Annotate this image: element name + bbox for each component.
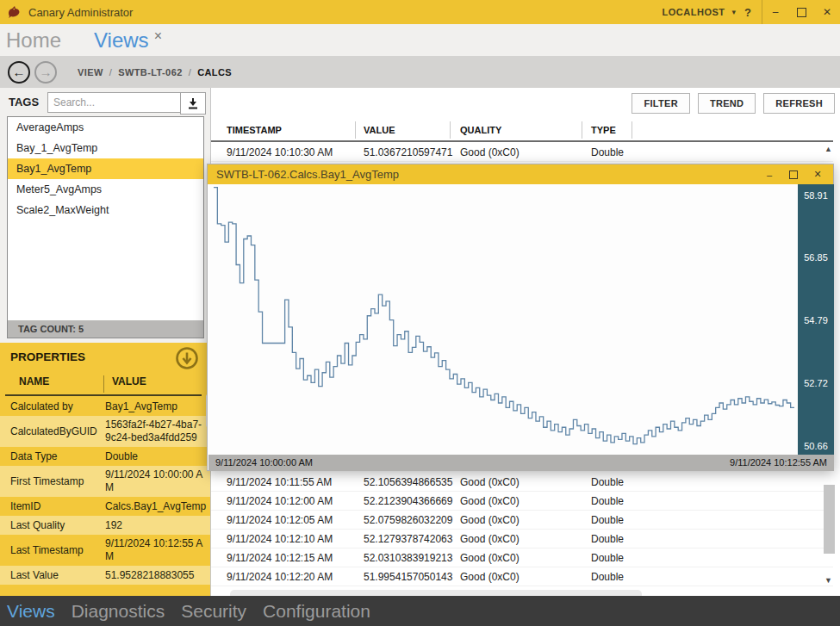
cell-value: 52.0759826032209 <box>364 511 460 530</box>
col-timestamp[interactable]: TIMESTAMP <box>227 121 364 139</box>
table-row[interactable]: 9/11/2024 10:10:30 AM 51.0367210597471 G… <box>211 143 833 162</box>
property-name: ItemID <box>0 500 105 512</box>
load-tags-button[interactable] <box>180 92 206 115</box>
trend-popup-window: SWTB-LT-062.Calcs.Bay1_AvgTemp – ✕ 58.91… <box>207 164 834 471</box>
tag-list-item[interactable]: AverageAmps <box>8 117 203 138</box>
table-row[interactable]: 9/11/2024 10:11:55 AM52.1056394866535Goo… <box>211 473 833 492</box>
close-button[interactable]: ✕ <box>814 0 840 24</box>
col-quality[interactable]: QUALITY <box>460 121 591 139</box>
cell-quality: Good (0xC0) <box>460 473 591 492</box>
properties-panel: PROPERTIES NAME VALUE Calculated byBay1_… <box>0 343 210 596</box>
table-row[interactable]: 9/11/2024 10:12:20 AM51.9954157050143Goo… <box>211 567 833 586</box>
property-row[interactable]: First Timestamp9/11/2024 10:00:00 AM <box>0 466 210 497</box>
scrollbar-down-arrow[interactable]: ▼ <box>824 576 832 585</box>
scrollbar-up-arrow[interactable]: ▲ <box>824 145 832 153</box>
tab-bar: Home Views × <box>0 24 840 56</box>
cell-value: 52.1056394866535 <box>364 473 460 492</box>
popup-maximize-icon <box>789 170 798 179</box>
cell-value: 52.2123904366669 <box>364 492 460 511</box>
property-row[interactable]: Last Quality192 <box>0 516 210 535</box>
property-row[interactable]: Last Value51.9528218883055 <box>0 566 210 585</box>
tag-list-item[interactable]: Bay_1_AvgTemp <box>8 138 203 158</box>
sidebar: TAGS AverageAmpsBay_1_AvgTempBay1_AvgTem… <box>0 88 211 596</box>
tag-list: AverageAmpsBay_1_AvgTempBay1_AvgTempMete… <box>8 117 203 220</box>
table-row[interactable]: 9/11/2024 10:12:10 AM52.1279378742063Goo… <box>211 530 833 549</box>
cell-quality: Good (0xC0) <box>460 143 591 162</box>
cell-type: Double <box>591 492 833 511</box>
scrollbar-thumb[interactable] <box>824 485 835 554</box>
app-title: Canary Administrator <box>28 6 133 19</box>
cell-quality: Good (0xC0) <box>460 549 591 567</box>
cell-timestamp: 9/11/2024 10:10:30 AM <box>227 143 364 162</box>
property-row[interactable]: Data TypeDouble <box>0 447 210 466</box>
chevron-down-icon[interactable]: ▾ <box>732 8 737 16</box>
maximize-button[interactable] <box>788 0 814 24</box>
properties-column-divider <box>103 375 104 393</box>
breadcrumb-view[interactable]: VIEW <box>78 67 103 77</box>
tag-list-item[interactable]: Scale2_MaxWeight <box>8 200 203 220</box>
cell-quality: Good (0xC0) <box>460 492 591 511</box>
cell-type: Double <box>591 473 833 492</box>
popup-close-button[interactable]: ✕ <box>806 164 830 184</box>
host-selector[interactable]: LOCALHOST <box>663 7 725 17</box>
tag-count-label: TAG COUNT: 5 <box>8 320 203 338</box>
table-row[interactable]: 9/11/2024 10:12:00 AM52.2123904366669Goo… <box>211 492 833 511</box>
bottom-nav-configuration[interactable]: Configuration <box>263 596 370 626</box>
trend-chart-plot[interactable] <box>208 184 798 455</box>
y-axis-tick-label: 56.85 <box>798 252 834 263</box>
cell-quality: Good (0xC0) <box>460 530 591 549</box>
trend-time-axis: 9/11/2024 10:00:00 AM 9/11/2024 10:12:55… <box>208 455 834 471</box>
table-row[interactable]: 9/11/2024 10:12:05 AM52.0759826032209Goo… <box>211 511 833 530</box>
bottom-nav-security[interactable]: Security <box>181 596 246 626</box>
property-name: CalculatedByGUID <box>0 425 105 437</box>
col-value[interactable]: VALUE <box>364 121 460 139</box>
cell-type: Double <box>591 567 833 586</box>
trend-button[interactable]: TREND <box>698 93 756 114</box>
help-button[interactable]: ? <box>744 6 751 19</box>
collapse-properties-button[interactable] <box>175 346 199 370</box>
popup-maximize-button[interactable] <box>781 164 806 184</box>
cell-quality: Good (0xC0) <box>460 511 591 530</box>
table-row[interactable]: 9/11/2024 10:12:15 AM52.0310383919213Goo… <box>211 549 833 567</box>
property-value: 51.9528218883055 <box>105 567 210 585</box>
property-row[interactable]: Last Timestamp9/11/2024 10:12:55 AM <box>0 535 210 566</box>
cell-type: Double <box>591 143 833 162</box>
col-type[interactable]: TYPE <box>591 121 840 139</box>
tab-home[interactable]: Home <box>6 24 61 56</box>
column-divider <box>632 121 632 139</box>
cell-value: 52.0310383919213 <box>364 549 460 567</box>
breadcrumb-bar: ← → VIEW/SWTB-LT-062/CALCS <box>0 56 840 88</box>
y-axis-tick-label: 52.72 <box>798 378 834 388</box>
properties-header-row: NAME VALUE <box>0 375 210 393</box>
properties-col-value: VALUE <box>112 375 146 387</box>
tab-views[interactable]: Views <box>94 24 149 56</box>
bottom-nav-views[interactable]: Views <box>7 596 55 626</box>
property-value: Bay1_AvgTemp <box>105 398 210 416</box>
tab-close-icon[interactable]: × <box>154 28 162 44</box>
tag-list-item[interactable]: Meter5_AvgAmps <box>8 179 203 200</box>
tag-list-item[interactable]: Bay1_AvgTemp <box>8 158 203 179</box>
property-row[interactable]: Calculated byBay1_AvgTemp <box>0 397 210 416</box>
refresh-button[interactable]: REFRESH <box>763 93 835 114</box>
cell-quality: Good (0xC0) <box>460 567 591 586</box>
forward-button[interactable]: → <box>34 61 57 84</box>
popup-minimize-button[interactable]: – <box>757 164 781 184</box>
y-axis-tick-label: 54.79 <box>798 315 834 325</box>
property-row[interactable]: ItemIDCalcs.Bay1_AvgTemp <box>0 497 210 516</box>
property-row[interactable]: CalculatedByGUID1563fa2f-4b27-4ba7-9c24-… <box>0 416 210 447</box>
trend-popup-titlebar[interactable]: SWTB-LT-062.Calcs.Bay1_AvgTemp – ✕ <box>208 164 833 184</box>
properties-rows: Calculated byBay1_AvgTempCalculatedByGUI… <box>0 397 210 585</box>
minimize-button[interactable]: – <box>762 0 788 24</box>
property-value: 1563fa2f-4b27-4ba7-9c24-bed3a4fdd259 <box>105 416 210 447</box>
filter-button[interactable]: FILTER <box>632 93 689 114</box>
cell-value: 52.1279378742063 <box>364 530 460 549</box>
property-value: Double <box>105 448 210 466</box>
cell-timestamp: 9/11/2024 10:12:20 AM <box>227 567 364 586</box>
tag-search-input[interactable] <box>47 92 182 113</box>
bottom-nav-diagnostics[interactable]: Diagnostics <box>72 596 165 626</box>
breadcrumb-dataset[interactable]: SWTB-LT-062 <box>118 67 182 77</box>
property-name: Data Type <box>0 450 105 462</box>
back-button[interactable]: ← <box>8 61 30 84</box>
properties-header-underline <box>5 394 202 396</box>
breadcrumb-current: CALCS <box>197 67 232 77</box>
